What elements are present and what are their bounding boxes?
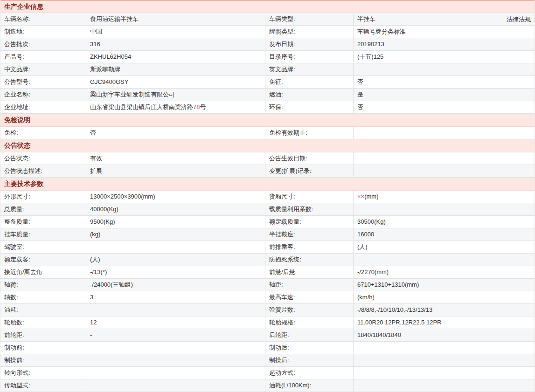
section-header: 主要技术参数 (0, 178, 535, 191)
field-label: 环保: (265, 101, 353, 113)
field-label: 公告状态描述: (0, 165, 86, 177)
field-value: 12 (86, 316, 265, 329)
field-value (353, 379, 535, 392)
table-row: 驾驶室:前排乘客:(人) (0, 241, 535, 254)
field-label: 传动型式: (0, 379, 86, 392)
field-label: 额定载客: (0, 254, 86, 266)
field-label: 车辆名称: (0, 13, 86, 25)
field-value: ZKHUL62H054 (86, 51, 265, 63)
table-row: 油耗:弹簧片数:-/8/8/8,-/10/10/10,-/13/13/13 (0, 304, 535, 316)
field-label: 前悬/后悬: (265, 266, 353, 278)
field-value: 316 (86, 38, 265, 50)
vehicle-info-table: 生产企业信息车辆名称:食用油运输半挂车车辆类型:半挂车制造地:中国牌照类型:车辆… (0, 0, 535, 392)
field-label: 货厢尺寸: (265, 191, 353, 203)
field-label: 最高车速: (265, 291, 353, 303)
field-label: 免检有效期止: (265, 127, 353, 139)
field-label: 载质量利用系数: (265, 203, 353, 215)
field-value: 16000 (353, 228, 535, 241)
field-value: 是 (353, 89, 535, 101)
field-label: 企业地址: (0, 101, 86, 113)
vehicle-announcement-page: 生产企业信息车辆名称:食用油运输半挂车车辆类型:半挂车制造地:中国牌照类型:车辆… (0, 0, 535, 392)
table-row: 公告批次:316发布日期:20190213 (0, 38, 535, 51)
field-label: 制动后: (265, 342, 353, 354)
field-value: -/8/8/8,-/10/10/10,-/13/13/13 (353, 304, 535, 316)
highlighted-text: ×× (357, 193, 364, 200)
table-row: 前轮距:-后轮距:1840/1840/1840 (0, 329, 535, 342)
field-value: 山东省梁山县梁山镇后庄大桥南梁济路78号 (86, 101, 265, 113)
field-value (86, 379, 265, 392)
field-label: 免检: (0, 127, 86, 139)
field-value (353, 152, 535, 165)
field-value (353, 254, 535, 266)
field-label: 轴数: (0, 291, 86, 303)
table-row: 产品号:ZKHUL62H054目录序号:(十五)125 (0, 51, 535, 63)
field-label: 公告生效日期: (265, 152, 353, 165)
field-value: -/24000(三轴组) (86, 279, 265, 291)
field-label: 驾驶室: (0, 241, 86, 253)
field-value: 13000×2500×3900(mm) (86, 191, 265, 203)
field-label: 油耗: (0, 304, 86, 316)
field-label: 目录序号: (265, 51, 353, 63)
field-value (353, 165, 535, 177)
field-label: 轮胎规格: (265, 316, 353, 329)
table-row: 轴荷:-/24000(三轴组)轴距:6710+1310+1310(mm) (0, 279, 535, 291)
field-value: -/2270(mm) (353, 266, 535, 278)
field-value: 否 (353, 101, 535, 113)
field-label: 公告型号: (0, 76, 86, 88)
field-value: 9500(Kg) (86, 216, 265, 228)
field-label: 前轮距: (0, 329, 86, 341)
field-value: - (86, 329, 265, 341)
field-value: 有效 (86, 152, 265, 165)
table-row: 轮胎数:12轮胎规格:11.00R20 12PR,12R22.5 12PR (0, 316, 535, 329)
field-value: 1840/1840/1840 (353, 329, 535, 341)
table-row: 制动前:制动后: (0, 342, 535, 354)
field-label: 发布日期: (265, 38, 353, 50)
field-label: 防抱死系统: (265, 254, 353, 266)
field-label: 中文品牌: (0, 63, 86, 76)
table-row: 转向形式:起动方式: (0, 367, 535, 379)
table-row: 制操前:制操后: (0, 354, 535, 367)
highlighted-text: 78 (193, 103, 200, 110)
field-label: 免征: (265, 76, 353, 88)
field-label: 制造地: (0, 26, 86, 38)
field-value: (km/h) (353, 291, 535, 303)
field-value: 11.00R20 12PR,12R22.5 12PR (353, 316, 535, 329)
field-value (353, 63, 535, 76)
legal-regulations-link[interactable]: 法律法规 (507, 13, 531, 26)
field-label: 接近角/离去角: (0, 266, 86, 278)
section-header: 公告状态 (0, 139, 535, 152)
field-label: 公告批次: (0, 38, 86, 50)
field-label: 燃油: (265, 89, 353, 101)
field-label: 轴荷: (0, 279, 86, 291)
field-value: 否 (353, 76, 535, 88)
field-value (86, 342, 265, 354)
field-label: 弹簧片数: (265, 304, 353, 316)
field-value: 中国 (86, 26, 265, 38)
table-row: 轴数:3最高车速:(km/h) (0, 291, 535, 304)
field-label: 额定载质量: (265, 216, 353, 228)
field-label: 起动方式: (265, 367, 353, 379)
field-label: 变更(扩展)记录: (265, 165, 353, 177)
field-value (86, 367, 265, 379)
field-label: 前排乘客: (265, 241, 353, 253)
table-row: 免检:否免检有效期止: (0, 127, 535, 139)
field-value: 食用油运输半挂车 (86, 13, 265, 25)
field-value (353, 342, 535, 354)
field-label: 外形尺寸: (0, 191, 86, 203)
table-row: 总质量:40000(Kg)载质量利用系数: (0, 203, 535, 216)
table-row: 公告型号:GJC9400GSY免征:否 (0, 76, 535, 89)
table-row: 公告状态描述:扩展变更(扩展)记录: (0, 165, 535, 178)
field-value (86, 354, 265, 366)
field-value: 斯派菲勒牌 (86, 63, 265, 76)
field-value: (人) (86, 254, 265, 266)
table-row: 公告状态:有效公告生效日期: (0, 152, 535, 165)
table-row: 传动型式:油耗(L/100Km): (0, 379, 535, 392)
field-value: 20190213 (353, 38, 535, 50)
field-label: 制操前: (0, 354, 86, 366)
field-value: -/13(°) (86, 266, 265, 278)
field-label: 公告状态: (0, 152, 86, 165)
field-value: (人) (353, 241, 535, 253)
field-value (353, 354, 535, 366)
field-value: 车辆号牌分类标准 (353, 26, 535, 38)
field-label: 油耗(L/100Km): (265, 379, 353, 392)
